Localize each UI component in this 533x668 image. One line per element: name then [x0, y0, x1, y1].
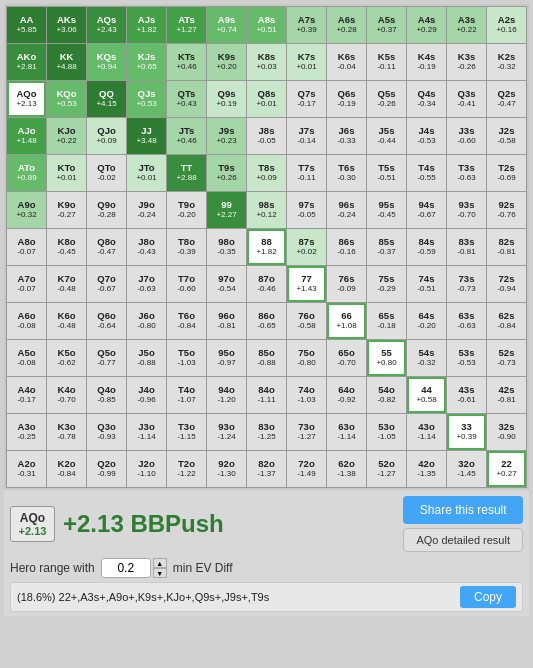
- table-row[interactable]: T9o-0.20: [167, 192, 206, 228]
- table-row[interactable]: K9s+0.20: [207, 44, 246, 80]
- table-row[interactable]: KTo+0.01: [47, 155, 86, 191]
- table-row[interactable]: Q9s+0.19: [207, 81, 246, 117]
- table-row[interactable]: K3o-0.78: [47, 414, 86, 450]
- table-row[interactable]: 74o-1.03: [287, 377, 326, 413]
- table-row[interactable]: 44+0.58: [407, 377, 446, 413]
- table-row[interactable]: Q2s-0.47: [487, 81, 526, 117]
- table-row[interactable]: 84s-0.59: [407, 229, 446, 265]
- table-row[interactable]: J6s-0.33: [327, 118, 366, 154]
- table-row[interactable]: KTs+0.46: [167, 44, 206, 80]
- detail-button[interactable]: AQo detailed result: [403, 528, 523, 552]
- table-row[interactable]: Q5s-0.26: [367, 81, 406, 117]
- table-row[interactable]: J4s-0.53: [407, 118, 446, 154]
- table-row[interactable]: 54o-0.82: [367, 377, 406, 413]
- table-row[interactable]: K4s-0.19: [407, 44, 446, 80]
- table-row[interactable]: 76o-0.58: [287, 303, 326, 339]
- table-row[interactable]: 99+2.27: [207, 192, 246, 228]
- table-row[interactable]: K6o-0.48: [47, 303, 86, 339]
- table-row[interactable]: QTo-0.02: [87, 155, 126, 191]
- table-row[interactable]: 42s-0.81: [487, 377, 526, 413]
- table-row[interactable]: J2o-1.10: [127, 451, 166, 487]
- table-row[interactable]: 43o-1.14: [407, 414, 446, 450]
- table-row[interactable]: Q7o-0.67: [87, 266, 126, 302]
- table-row[interactable]: A6o-0.08: [7, 303, 46, 339]
- table-row[interactable]: Q9o-0.28: [87, 192, 126, 228]
- table-row[interactable]: 77+1.43: [287, 266, 326, 302]
- table-row[interactable]: 87s+0.02: [287, 229, 326, 265]
- table-row[interactable]: A5s+0.37: [367, 7, 406, 43]
- table-row[interactable]: J3s-0.60: [447, 118, 486, 154]
- table-row[interactable]: T6o-0.84: [167, 303, 206, 339]
- table-row[interactable]: 75o-0.80: [287, 340, 326, 376]
- table-row[interactable]: J2s-0.58: [487, 118, 526, 154]
- table-row[interactable]: J8s-0.05: [247, 118, 286, 154]
- ev-input[interactable]: [101, 558, 151, 578]
- table-row[interactable]: T5o-1.03: [167, 340, 206, 376]
- table-row[interactable]: A2s+0.16: [487, 7, 526, 43]
- table-row[interactable]: 76s-0.09: [327, 266, 366, 302]
- table-row[interactable]: Q6s-0.19: [327, 81, 366, 117]
- table-row[interactable]: 62s-0.84: [487, 303, 526, 339]
- spinner-down[interactable]: ▼: [153, 568, 167, 578]
- table-row[interactable]: JJ+3.48: [127, 118, 166, 154]
- table-row[interactable]: K2o-0.84: [47, 451, 86, 487]
- table-row[interactable]: K5s-0.11: [367, 44, 406, 80]
- table-row[interactable]: J8o-0.43: [127, 229, 166, 265]
- table-row[interactable]: T7s-0.11: [287, 155, 326, 191]
- table-row[interactable]: 83o-1.25: [247, 414, 286, 450]
- table-row[interactable]: 43s-0.61: [447, 377, 486, 413]
- table-row[interactable]: 92o-1.30: [207, 451, 246, 487]
- table-row[interactable]: J7o-0.63: [127, 266, 166, 302]
- table-row[interactable]: AJs+1.82: [127, 7, 166, 43]
- table-row[interactable]: Q6o-0.64: [87, 303, 126, 339]
- table-row[interactable]: 86s-0.16: [327, 229, 366, 265]
- table-row[interactable]: 72o-1.49: [287, 451, 326, 487]
- table-row[interactable]: 55+0.80: [367, 340, 406, 376]
- table-row[interactable]: T2o-1.22: [167, 451, 206, 487]
- table-row[interactable]: 63s-0.63: [447, 303, 486, 339]
- table-row[interactable]: 94s-0.67: [407, 192, 446, 228]
- table-row[interactable]: 32o-1.45: [447, 451, 486, 487]
- table-row[interactable]: A4s+0.29: [407, 7, 446, 43]
- table-row[interactable]: 84o-1.11: [247, 377, 286, 413]
- table-row[interactable]: J5s-0.44: [367, 118, 406, 154]
- table-row[interactable]: 88+1.82: [247, 229, 286, 265]
- table-row[interactable]: K7o-0.48: [47, 266, 86, 302]
- table-row[interactable]: A2o-0.31: [7, 451, 46, 487]
- table-row[interactable]: K7s+0.01: [287, 44, 326, 80]
- table-row[interactable]: K3s-0.26: [447, 44, 486, 80]
- table-row[interactable]: K8s+0.03: [247, 44, 286, 80]
- table-row[interactable]: 73s-0.73: [447, 266, 486, 302]
- table-row[interactable]: ATo+0.89: [7, 155, 46, 191]
- table-row[interactable]: A9o+0.32: [7, 192, 46, 228]
- table-row[interactable]: Q3o-0.93: [87, 414, 126, 450]
- table-row[interactable]: J6o-0.80: [127, 303, 166, 339]
- table-row[interactable]: A3o-0.25: [7, 414, 46, 450]
- table-row[interactable]: 95s-0.45: [367, 192, 406, 228]
- table-row[interactable]: 54s-0.32: [407, 340, 446, 376]
- table-row[interactable]: QTs+0.43: [167, 81, 206, 117]
- table-row[interactable]: KJs+0.65: [127, 44, 166, 80]
- table-row[interactable]: 53s-0.53: [447, 340, 486, 376]
- table-row[interactable]: Q5o-0.77: [87, 340, 126, 376]
- table-row[interactable]: 82s-0.81: [487, 229, 526, 265]
- table-row[interactable]: 65o-0.70: [327, 340, 366, 376]
- table-row[interactable]: ATs+1.27: [167, 7, 206, 43]
- table-row[interactable]: A4o-0.17: [7, 377, 46, 413]
- table-row[interactable]: KJo+0.22: [47, 118, 86, 154]
- table-row[interactable]: T2s-0.69: [487, 155, 526, 191]
- table-row[interactable]: 96o-0.81: [207, 303, 246, 339]
- table-row[interactable]: AKo+2.81: [7, 44, 46, 80]
- table-row[interactable]: A7o-0.07: [7, 266, 46, 302]
- table-row[interactable]: 75s-0.29: [367, 266, 406, 302]
- table-row[interactable]: A7s+0.39: [287, 7, 326, 43]
- table-row[interactable]: 74s-0.51: [407, 266, 446, 302]
- table-row[interactable]: KQo+0.53: [47, 81, 86, 117]
- table-row[interactable]: 93o-1.24: [207, 414, 246, 450]
- table-row[interactable]: 65s-0.18: [367, 303, 406, 339]
- table-row[interactable]: J3o-1.14: [127, 414, 166, 450]
- table-row[interactable]: AQs+2.43: [87, 7, 126, 43]
- table-row[interactable]: 85s-0.37: [367, 229, 406, 265]
- table-row[interactable]: AKs+3.06: [47, 7, 86, 43]
- table-row[interactable]: JTo+0.01: [127, 155, 166, 191]
